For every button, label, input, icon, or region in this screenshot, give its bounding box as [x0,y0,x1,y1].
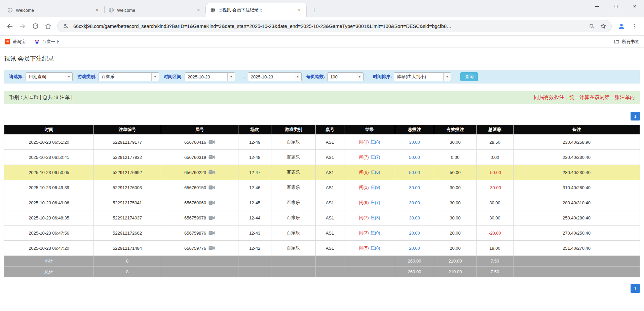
bookmark-taobao[interactable]: 淘 爱淘宝 [5,39,26,45]
cell-valid-bet: 20.00 [434,241,477,256]
site-info-icon[interactable] [62,23,70,30]
back-button[interactable] [3,20,16,33]
video-replay-icon[interactable] [209,170,215,175]
sort-combobox[interactable]: ▼ [394,72,451,81]
new-tab-button[interactable]: + [309,5,319,15]
date-start-input[interactable] [185,73,227,81]
cell-round: 656760416 [161,135,238,150]
round-number: 656760060 [184,200,206,205]
subtotal-label: 小计 [4,256,94,267]
chevron-down-icon[interactable]: ▼ [227,73,235,81]
total-bet-link[interactable]: 30.00 [409,140,420,145]
cell-round: 656759776 [161,241,238,256]
minimize-button[interactable] [588,0,606,13]
cell-remark: 270.40/250.40 [514,226,640,241]
table-row: 2025-10-23 06:47:56 522912172662 6567598… [4,226,640,241]
header-time: 时间 [4,125,94,135]
page-content: 视讯 会员下注纪录 请选择: ▼ 游戏类别: ▼ 时间区间: ▼ ~ ▼ 每页笔… [0,55,644,293]
video-replay-icon[interactable] [209,231,215,235]
tab-welcome-2[interactable]: Welcome × [105,3,205,17]
cell-total-bet: 30.00 [395,180,434,195]
cell-payout: 19.00 [477,241,514,256]
page-size-input[interactable] [328,73,356,81]
tab-welcome-1[interactable]: Welcome × [3,3,104,17]
result-banker: 庄(6) [371,170,380,175]
table-header: 时间 注单编号 局号 场次 游戏类别 桌号 结果 总投注 有效投注 总派彩 备注 [4,125,640,135]
menu-dots-icon[interactable] [628,20,641,33]
select-type-input[interactable] [26,73,65,81]
video-replay-icon[interactable] [209,185,215,190]
cell-result: 闲(9)庄(7) [344,195,395,210]
cell-bet-id: 522912171484 [94,241,161,256]
game-type-input[interactable] [99,73,151,81]
folder-icon [614,39,619,44]
result-banker: 庄(7) [371,200,380,205]
video-replay-icon[interactable] [209,215,215,220]
header-result: 结果 [344,125,395,135]
video-replay-icon[interactable] [209,140,215,144]
cell-payout: -20.00 [477,226,514,241]
bookmark-star-icon[interactable] [599,23,607,30]
cell-valid-bet: 0.00 [434,150,477,165]
result-player: 闲(7) [359,154,369,160]
cell-bet-id: 522912179177 [94,135,161,150]
maximize-button[interactable] [606,0,625,13]
tab-strip: Welcome × Welcome × :::视讯 会员下注纪录::: × + … [0,0,644,17]
chevron-down-icon[interactable]: ▼ [65,73,72,81]
bookmark-label: 爱淘宝 [12,39,26,45]
total-bet-link[interactable]: 30.00 [409,200,420,205]
date-start-combobox[interactable]: ▼ [185,72,235,81]
game-type-combobox[interactable]: ▼ [99,72,159,81]
cell-table-no: AS1 [316,226,344,241]
chevron-down-icon[interactable]: ▼ [443,73,451,81]
page-size-combobox[interactable]: ▼ [327,72,364,81]
date-end-input[interactable] [248,73,294,81]
cell-game-type: 百家乐 [271,195,316,210]
sort-input[interactable] [394,73,443,81]
cell-game-type: 百家乐 [271,150,316,165]
refresh-button[interactable] [29,20,42,33]
video-replay-icon[interactable] [209,200,215,205]
total-bet-link[interactable]: 30.00 [409,215,420,220]
total-bet-link[interactable]: 30.00 [409,185,420,190]
chevron-down-icon[interactable]: ▼ [151,73,159,81]
select-type-combobox[interactable]: ▼ [26,72,73,81]
all-bookmarks-button[interactable]: 所有书签 [614,39,639,45]
page-1-button[interactable]: 1 [631,284,640,293]
chevron-down-icon[interactable]: ▼ [294,73,301,81]
table-row: 2025-10-23 06:51:20 522912179177 6567604… [4,135,640,150]
total-bet-link[interactable]: 50.00 [409,170,420,175]
total-bet-link[interactable]: 20.00 [409,246,420,251]
table-row: 2025-10-23 06:47:20 522912171484 6567597… [4,241,640,256]
date-end-combobox[interactable]: ▼ [248,72,302,81]
video-replay-icon[interactable] [209,246,215,250]
cell-bet-id: 522912176003 [94,180,161,195]
forward-button[interactable] [16,20,29,33]
zoom-icon[interactable] [588,23,596,30]
cell-time: 2025-10-23 06:47:20 [4,241,94,256]
url-text[interactable]: 66cxkj98.com/game/betrecord_search/kind3… [73,24,584,29]
total-bet-link[interactable]: 20.00 [409,231,420,236]
tab-title: Welcome [117,8,192,13]
total-bet-link[interactable]: 50.00 [409,155,420,160]
page-1-button[interactable]: 1 [631,112,640,120]
search-button[interactable]: 查询 [460,72,478,81]
close-icon[interactable]: × [195,7,201,13]
close-icon[interactable]: × [296,7,302,13]
profile-avatar[interactable] [615,20,628,33]
cell-round: 656760060 [161,195,238,210]
currency-summary-text: 币别 : 人民币 | 总共 :8 注单 | [9,94,73,101]
pagination-top: 1 [4,112,640,120]
result-banker: 庄(7) [371,154,380,160]
home-button[interactable] [42,20,54,33]
subtotal-payout: 7.50 [477,256,514,267]
close-icon[interactable]: × [94,7,100,13]
bookmark-baidu[interactable]: 百度一下 [34,39,60,45]
tab-bet-records[interactable]: :::视讯 会员下注纪录::: × [206,3,307,17]
baidu-paw-icon [34,39,40,44]
video-replay-icon[interactable] [209,155,215,160]
address-bar[interactable]: 66cxkj98.com/game/betrecord_search/kind3… [57,20,612,32]
window-close-button[interactable]: × [625,0,644,13]
globe-icon [109,7,114,13]
chevron-down-icon[interactable]: ▼ [356,73,363,81]
